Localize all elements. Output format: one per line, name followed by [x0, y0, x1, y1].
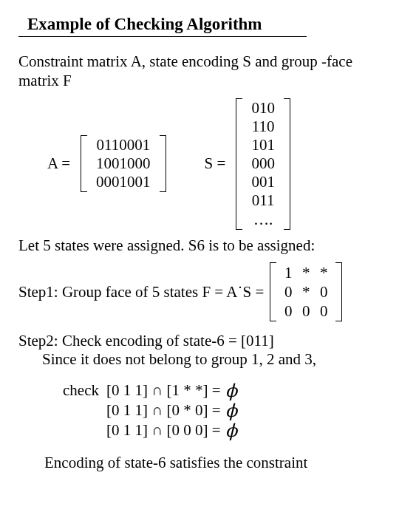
f-21: 0 — [302, 302, 310, 321]
matrix-f: 1 * * 0 * 0 0 0 0 — [270, 262, 342, 321]
check-lhs-0: [0 1 1] ∩ [1 * *] = — [106, 381, 221, 400]
matrix-a-r1: 1001000 — [96, 154, 151, 173]
f-20: 0 — [284, 302, 293, 321]
matrix-s: 010 110 101 000 001 011 …. — [236, 98, 290, 230]
matrix-s-r1: 110 — [252, 117, 275, 136]
check-lhs-1: [0 1 1] ∩ [0 * 0] = — [106, 400, 221, 420]
f-01: * — [302, 264, 310, 282]
matrix-a: 0110001 1001000 0001001 — [81, 135, 166, 193]
phi-icon: ϕ — [225, 380, 237, 402]
check-block: check [0 1 1] ∩ [1 * *] = ϕ [0 1 1] ∩ [0… — [63, 381, 381, 440]
matrix-s-r4: 001 — [251, 173, 275, 191]
f-10: 0 — [284, 283, 293, 301]
check-word: check — [63, 381, 99, 400]
step1-line: Step1: Group face of 5 states F = A˙S = … — [18, 262, 381, 321]
phi-icon: ϕ — [225, 400, 237, 422]
bracket-left — [236, 98, 242, 230]
matrix-s-values: 010 110 101 000 001 011 …. — [248, 98, 278, 230]
matrix-s-r0: 010 — [251, 99, 275, 117]
step1-text: Step1: Group face of 5 states F = A˙S = — [18, 283, 264, 301]
matrix-a-r0: 0110001 — [96, 136, 150, 154]
step2-block: Step2: Check encoding of state-6 = [011]… — [18, 332, 381, 369]
bracket-left — [270, 262, 276, 321]
check-rows: [0 1 1] ∩ [1 * *] = ϕ [0 1 1] ∩ [0 * 0] … — [106, 381, 237, 440]
f-22: 0 — [320, 302, 328, 321]
phi-icon: ϕ — [225, 420, 237, 442]
step2-line1: Step2: Check encoding of state-6 = [011] — [18, 332, 381, 350]
check-row-2: [0 1 1] ∩ [0 0 0] = ϕ — [106, 420, 237, 440]
intro-text: Constraint matrix A, state encoding S an… — [18, 52, 381, 91]
f-00: 1 — [284, 264, 293, 282]
matrix-s-r2: 101 — [251, 136, 275, 154]
check-row-0: [0 1 1] ∩ [1 * *] = ϕ — [106, 381, 237, 400]
let-line: Let 5 states were assigned. S6 is to be … — [18, 236, 381, 255]
bracket-right — [160, 135, 166, 193]
check-lhs-2: [0 1 1] ∩ [0 0 0] = — [106, 420, 221, 440]
matrix-s-label: S = — [205, 154, 226, 173]
matrix-s-r5: 011 — [252, 191, 275, 210]
matrix-f-grid: 1 * * 0 * 0 0 0 0 — [276, 262, 335, 321]
matrix-a-label: A = — [47, 154, 70, 173]
f-02: * — [320, 264, 328, 282]
matrix-s-r6: …. — [253, 211, 273, 229]
bracket-left — [81, 135, 87, 193]
matrix-a-r2: 0001001 — [96, 173, 151, 191]
conclusion: Encoding of state-6 satisfies the constr… — [44, 454, 381, 472]
matrix-s-r3: 000 — [251, 154, 275, 173]
check-row-1: [0 1 1] ∩ [0 * 0] = ϕ — [106, 400, 237, 420]
f-11: * — [302, 283, 310, 301]
matrices-row: A = 0110001 1001000 0001001 S = 010 110 … — [44, 98, 381, 230]
bracket-right — [335, 262, 342, 321]
page-title: Example of Checking Algorithm — [18, 15, 307, 37]
matrix-a-values: 0110001 1001000 0001001 — [93, 135, 154, 193]
bracket-right — [284, 98, 290, 230]
f-12: 0 — [320, 283, 328, 301]
step2-line2: Since it does not belong to group 1, 2 a… — [42, 350, 381, 369]
